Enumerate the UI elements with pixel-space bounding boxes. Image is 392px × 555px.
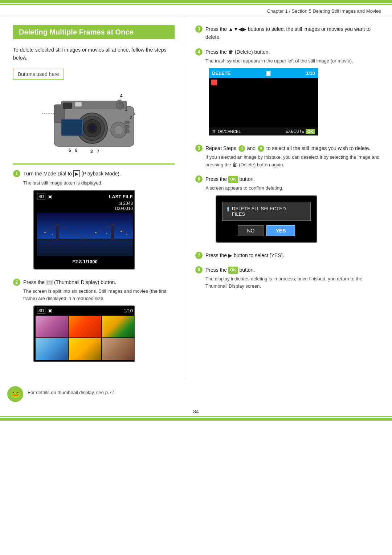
step-ref-3: 3	[238, 145, 245, 152]
ok-button-badge: OK	[228, 176, 238, 183]
main-content: Deleting Multiple Frames at Once To dele…	[0, 16, 392, 380]
step-8-heading: Press the OK button.	[205, 266, 382, 274]
bridge-svg	[37, 212, 133, 256]
svg-rect-25	[125, 130, 129, 133]
svg-rect-24	[125, 125, 129, 128]
thumb-counter: 1/10	[124, 308, 133, 313]
step-3: 3 Press the ▲▼◀▶ buttons to select the s…	[195, 25, 382, 43]
step-8: 8 Press the OK button. The display indic…	[195, 266, 382, 291]
confirm-line1: DELETE ALL SELECTED	[232, 206, 286, 211]
camera-icon-small: ▣	[48, 194, 52, 199]
svg-rect-22	[62, 120, 82, 135]
svg-text:6: 6	[69, 148, 71, 153]
note-text: For details on thumbnail display, see p.…	[28, 386, 116, 396]
step-1-heading: Turn the Mode Dial to ▶ (Playback Mode).	[23, 170, 175, 178]
step-ref-4: 4	[258, 145, 264, 152]
step-1: 1 Turn the Mode Dial to ▶ (Playback Mode…	[13, 170, 175, 273]
svg-text:7: 7	[97, 149, 99, 154]
step-7: 7 Press the ▶ button to select [YES].	[195, 251, 382, 261]
last-file-screen: SD ▣ LAST FILE ⊡ 2048 100-0010	[33, 190, 135, 270]
thumb-cell-6	[102, 338, 134, 360]
playback-icon: ▶	[73, 170, 80, 177]
delete-footer: 🗑 OK/CANCEL EXECUTE OK	[209, 127, 318, 135]
screen-icons: SD ▣	[37, 194, 52, 199]
svg-text:2: 2	[133, 111, 135, 116]
step-6-content: Press the OK button. A screen appears to…	[205, 175, 382, 246]
chapter-header: Chapter 1 / Section 5 Deleting Still Ima…	[0, 5, 392, 16]
svg-point-46	[106, 233, 107, 234]
step-6-sub: A screen appears to confirm deleting.	[205, 185, 382, 192]
svg-point-43	[44, 232, 46, 233]
buttons-label: Buttons used here	[18, 71, 59, 77]
sd-icon: SD	[37, 194, 45, 199]
step-1-content: Turn the Mode Dial to ▶ (Playback Mode).…	[23, 170, 175, 273]
exposure-info: F2.8 1/1000	[37, 258, 133, 266]
bottom-accent-thin	[0, 416, 392, 417]
green-divider-1	[13, 163, 175, 165]
thumb-icons: SD ▣	[37, 308, 52, 313]
step-5: 5 Repeat Steps 3 and 4 to select all the…	[195, 144, 382, 170]
delete-cell-3	[282, 79, 317, 102]
last-file-info: ⊡ 2048 100-0010	[37, 201, 133, 211]
step-4-heading: Press the 🗑 (Delete) button.	[205, 48, 382, 56]
step-num-3: 3	[195, 25, 203, 33]
intro-text: To delete selected still images or movie…	[13, 46, 175, 62]
step-5-heading: Repeat Steps 3 and 4 to select all the s…	[205, 144, 382, 152]
confirm-buttons: NO YES	[222, 225, 311, 236]
thumbnail-screen: SD ▣ 1/10	[33, 305, 135, 362]
bottom-accent-thick	[0, 418, 392, 421]
camera-illustration: 4 1 2 6 8 3 7	[13, 85, 175, 158]
confirm-text: DELETE ALL SELECTED FILES	[232, 206, 286, 217]
chapter-header-text: Chapter 1 / Section 5 Deleting Still Ima…	[267, 8, 381, 14]
delete-screen-wrapper: DELETE ▣ 1/10	[209, 68, 382, 135]
step-num-8: 8	[195, 266, 203, 274]
delete-grid	[209, 78, 318, 127]
step-8-sub: The display indicates deleting is in pro…	[205, 275, 382, 289]
confirm-yes-button[interactable]: YES	[266, 225, 295, 236]
last-file-display: SD ▣ LAST FILE ⊡ 2048 100-0010	[34, 191, 135, 269]
execute-label: EXECUTE OK	[285, 129, 315, 134]
thumb-display: SD ▣ 1/10	[34, 306, 135, 361]
step-num-5: 5	[195, 145, 203, 152]
svg-text:3: 3	[90, 149, 93, 154]
step-2: 2 Press the (Thumbnail Display) button. …	[13, 278, 175, 366]
ok-button-badge-2: OK	[228, 267, 238, 274]
svg-text:4: 4	[120, 93, 123, 98]
svg-point-16	[114, 126, 123, 134]
svg-text:2: 2	[130, 115, 132, 120]
confirm-no-button[interactable]: NO	[238, 225, 264, 236]
delete-cam-icon: ▣	[265, 70, 271, 77]
step-2-heading: Press the (Thumbnail Display) button.	[23, 278, 175, 286]
step-2-sub: The screen is split into six sections. S…	[23, 288, 175, 302]
thumb-grid	[34, 315, 135, 361]
step-num-2: 2	[13, 279, 20, 286]
svg-point-7	[89, 125, 95, 131]
confirm-message: ℹ DELETE ALL SELECTED FILES	[222, 202, 311, 221]
delete-display: DELETE ▣ 1/10	[209, 68, 318, 135]
svg-text:8: 8	[75, 148, 78, 153]
delete-button-icon: 🗑	[228, 49, 233, 55]
delete-cell-2	[246, 79, 281, 102]
right-column: 3 Press the ▲▼◀▶ buttons to select the s…	[185, 16, 392, 380]
confirm-screen: ℹ DELETE ALL SELECTED FILES NO YES	[216, 195, 317, 243]
confirm-line2: FILES	[232, 211, 286, 217]
svg-rect-23	[125, 121, 129, 124]
thumb-cell-3	[102, 316, 134, 337]
ok-cancel-label: 🗑 OK/CANCEL	[212, 129, 241, 134]
svg-point-48	[126, 234, 127, 235]
step-3-heading: Press the ▲▼◀▶ buttons to select the sti…	[205, 25, 382, 41]
step5-delete-icon: 🗑	[232, 162, 237, 167]
svg-rect-8	[63, 103, 72, 109]
footer-cancel-text: OK/CANCEL	[218, 129, 241, 134]
page-number: 84	[0, 406, 392, 416]
delete-header: DELETE ▣ 1/10	[209, 68, 318, 78]
execute-text: EXECUTE	[285, 129, 304, 133]
step-4-sub: The trash symbol appears in the upper le…	[205, 57, 382, 65]
footer-trash-icon: 🗑	[212, 129, 216, 134]
step-4-content: Press the 🗑 (Delete) button. The trash s…	[205, 48, 382, 139]
thumb-cam-icon: ▣	[48, 308, 52, 313]
step-5-sub: If you selected an image by mistake, you…	[205, 154, 382, 169]
svg-point-47	[121, 231, 122, 232]
svg-rect-33	[37, 240, 133, 256]
svg-point-44	[52, 234, 53, 235]
